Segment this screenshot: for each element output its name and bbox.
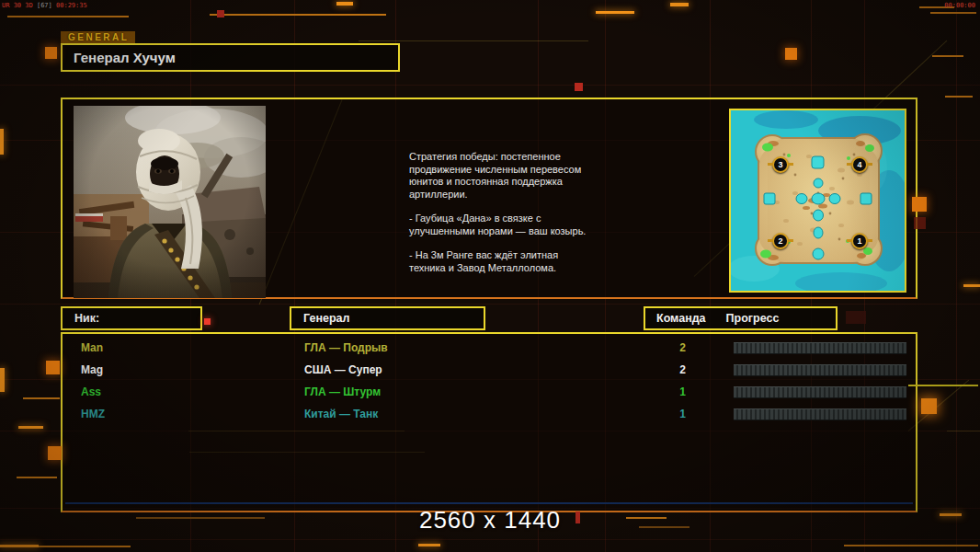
player-row: HMZ Китай — Танк 1 (63, 404, 916, 426)
panel-divider-line (65, 502, 913, 504)
player-progress-bar (734, 342, 906, 354)
player-general: Китай — Танк (304, 408, 378, 420)
grid-line (0, 85, 980, 86)
spawn-marker: 4 (851, 156, 868, 173)
tab-general: GENERAL (61, 31, 135, 43)
player-list-panel: Man ГЛА — Подрыв 2 Mag США — Супер 2 Ass… (61, 332, 917, 512)
player-general: ГЛА — Подрыв (304, 341, 388, 354)
general-portrait (74, 106, 266, 298)
general-name: Генерал Хучум (74, 50, 176, 65)
match-timer-value: 00:00:00 (944, 2, 975, 9)
player-row: Ass ГЛА — Штурм 1 (63, 382, 916, 404)
player-team: 2 (667, 363, 686, 376)
header-progress-label: Прогресс (726, 308, 780, 328)
player-progress-bar (734, 408, 906, 420)
player-row: Mag США — Супер 2 (63, 360, 916, 382)
grid-line (0, 539, 980, 540)
player-general: США — Супер (304, 363, 382, 376)
player-row: Man ГЛА — Подрыв 2 (63, 338, 916, 360)
header-general: Генерал (290, 306, 485, 330)
general-portrait-image (74, 106, 266, 298)
loading-screen: UR 30 3D [67] 00:29:35 00:00:00 GENERAL … (0, 0, 980, 552)
match-timer: 00:00:00 (944, 2, 975, 9)
grid-line (956, 0, 957, 552)
player-nick: HMZ (81, 408, 105, 420)
player-nick: Mag (81, 363, 103, 376)
player-nick: Man (81, 341, 103, 354)
spawn-marker: 1 (851, 233, 868, 249)
general-name-box: Генерал Хучум (61, 43, 400, 72)
spawn-marker: 3 (772, 156, 789, 173)
player-progress-bar (734, 386, 906, 398)
player-nick: Ass (81, 385, 101, 398)
header-nick-label: Ник: (74, 308, 99, 328)
header-nick: Ник: (61, 306, 202, 330)
briefing-panel: Стратегия победы: постепенное продвижени… (61, 98, 917, 299)
performance-overlay: UR 30 3D [67] 00:29:35 (2, 2, 87, 9)
session-timer: 00:29:35 (56, 2, 87, 9)
minimap-image (731, 110, 905, 291)
circuit-line (947, 431, 980, 431)
briefing-paragraph: - Гаубица «Дана» в связке с улучшенными … (409, 213, 593, 237)
resolution-label: 2560 x 1440 (419, 506, 561, 535)
frame-counter: [67] (37, 2, 52, 9)
player-progress-bar (734, 364, 906, 376)
fps-readout: UR 30 3D (2, 2, 33, 9)
header-team-progress: Команда Прогресс (644, 306, 838, 330)
briefing-paragraph: Стратегия победы: постепенное продвижени… (409, 151, 593, 201)
player-team: 1 (667, 408, 686, 420)
header-general-label: Генерал (303, 308, 349, 328)
player-rows: Man ГЛА — Подрыв 2 Mag США — Супер 2 Ass… (63, 338, 916, 426)
spawn-marker: 2 (772, 233, 789, 249)
minimap: 3 4 2 1 (729, 109, 906, 293)
player-general: ГЛА — Штурм (304, 385, 381, 398)
grid-line (0, 304, 980, 305)
circuit-line (359, 40, 588, 41)
strategy-briefing: Стратегия победы: постепенное продвижени… (409, 151, 593, 286)
header-team-label: Команда (656, 308, 706, 328)
player-team: 2 (667, 341, 686, 354)
briefing-paragraph: - На 3м Ранге вас ждёт элитная техника и… (409, 249, 593, 274)
player-team: 1 (667, 385, 686, 398)
